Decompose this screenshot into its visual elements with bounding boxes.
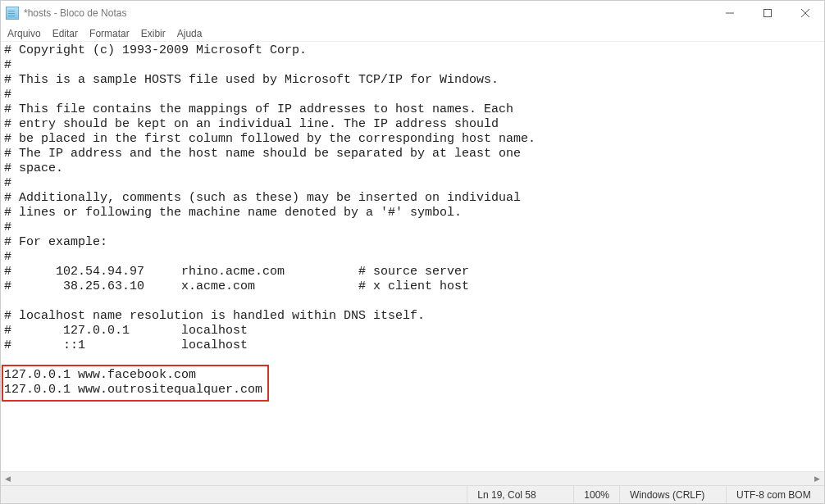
status-encoding: UTF-8 com BOM (726, 486, 824, 503)
svg-rect-1 (764, 10, 772, 17)
window-title: *hosts - Bloco de Notas (24, 7, 126, 19)
menu-exibir[interactable]: Exibir (141, 28, 166, 39)
menu-formatar[interactable]: Formatar (89, 28, 130, 39)
scroll-left-arrow-icon[interactable]: ◀ (1, 472, 15, 486)
notepad-app-icon (6, 7, 19, 20)
text-editor[interactable]: # Copyright (c) 1993-2009 Microsoft Corp… (1, 42, 824, 471)
scroll-track[interactable] (15, 472, 810, 485)
status-line-ending: Windows (CRLF) (619, 486, 726, 503)
status-zoom: 100% (573, 486, 619, 503)
maximize-button[interactable] (749, 1, 786, 25)
editor-area: # Copyright (c) 1993-2009 Microsoft Corp… (1, 42, 824, 485)
menu-editar[interactable]: Editar (52, 28, 78, 39)
menubar: Arquivo Editar Formatar Exibir Ajuda (1, 25, 824, 42)
scroll-right-arrow-icon[interactable]: ▶ (810, 472, 824, 486)
menu-arquivo[interactable]: Arquivo (7, 28, 41, 39)
statusbar: Ln 19, Col 58 100% Windows (CRLF) UTF-8 … (1, 485, 824, 503)
menu-ajuda[interactable]: Ajuda (177, 28, 203, 39)
status-cursor-position: Ln 19, Col 58 (467, 486, 573, 503)
horizontal-scrollbar[interactable]: ◀ ▶ (1, 471, 824, 485)
titlebar: *hosts - Bloco de Notas (1, 1, 824, 25)
close-button[interactable] (786, 1, 824, 25)
minimize-button[interactable] (711, 1, 749, 25)
window-controls (711, 1, 824, 25)
